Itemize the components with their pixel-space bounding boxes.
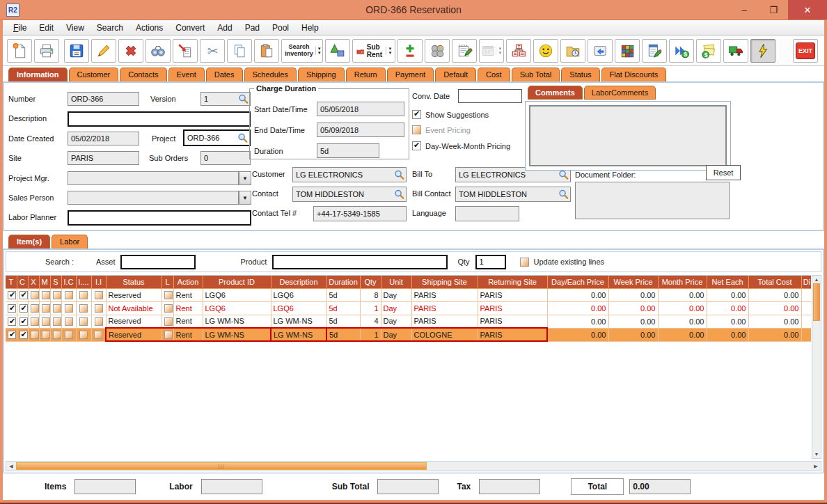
col-s[interactable]: S — [50, 276, 61, 288]
menu-file[interactable]: File — [7, 22, 33, 34]
flag-checkbox[interactable] — [95, 304, 103, 313]
col-c[interactable]: C — [17, 276, 28, 288]
close-button[interactable]: ✕ — [788, 0, 827, 19]
sales-person-dropdown[interactable]: ▼ — [239, 191, 251, 205]
flag-checkbox[interactable] — [31, 291, 39, 299]
flag-checkbox[interactable] — [19, 304, 28, 313]
flag-checkbox[interactable] — [42, 291, 50, 299]
col-net-each[interactable]: Net Each — [707, 276, 748, 288]
flag-checkbox[interactable] — [95, 291, 103, 299]
edit-button[interactable] — [91, 39, 116, 63]
update-existing-checkbox[interactable] — [520, 258, 529, 267]
col-product-id[interactable]: Product ID — [203, 276, 271, 288]
copy-button[interactable] — [227, 39, 252, 63]
menu-add[interactable]: Add — [211, 22, 238, 34]
flag-checkbox[interactable] — [31, 331, 39, 339]
reset-button[interactable]: Reset — [706, 165, 741, 180]
asset-input[interactable] — [120, 255, 196, 269]
menu-help[interactable]: Help — [295, 22, 325, 34]
flag-checkbox[interactable] — [65, 331, 73, 339]
menu-actions[interactable]: Actions — [129, 22, 169, 34]
project-mgr-field[interactable] — [68, 171, 239, 185]
tab-information[interactable]: Information — [8, 68, 68, 81]
flag-checkbox[interactable] — [42, 331, 50, 339]
flag-checkbox[interactable] — [19, 291, 28, 299]
fast-payment-button[interactable]: $ — [669, 39, 694, 63]
tab-cost[interactable]: Cost — [478, 68, 510, 81]
col-returning-site[interactable]: Returning Site — [478, 276, 547, 288]
tab-default[interactable]: Default — [435, 68, 476, 81]
l-checkbox[interactable] — [164, 304, 173, 313]
horizontal-scrollbar[interactable]: ◀ ||| ▶ — [6, 461, 821, 471]
tab-customer[interactable]: Customer — [69, 68, 119, 81]
menu-edit[interactable]: Edit — [33, 22, 60, 34]
menu-search[interactable]: Search — [90, 22, 129, 34]
flag-checkbox[interactable] — [79, 291, 88, 299]
flag-checkbox[interactable] — [65, 317, 73, 326]
col-ii[interactable]: I.I — [91, 276, 106, 288]
col-status[interactable]: Status — [106, 276, 162, 288]
show-suggestions-checkbox[interactable] — [412, 110, 421, 119]
table-row[interactable]: Reserved Rent LGQ6 LGQ6 5d 8 Day PARIS P… — [6, 288, 811, 301]
quick-action-button[interactable] — [750, 39, 775, 63]
flag-checkbox[interactable] — [53, 331, 61, 339]
site-structure-button[interactable] — [506, 39, 531, 63]
language-field[interactable] — [455, 206, 519, 221]
flag-checkbox[interactable] — [31, 317, 39, 326]
flag-checkbox[interactable] — [8, 317, 16, 326]
qty-input[interactable] — [475, 255, 506, 269]
project-mgr-dropdown[interactable]: ▼ — [239, 171, 251, 185]
col-unit[interactable]: Unit — [381, 276, 411, 288]
add-remove-line-button[interactable] — [397, 39, 423, 63]
flag-checkbox[interactable] — [53, 317, 61, 326]
flag-checkbox[interactable] — [8, 331, 16, 339]
flag-checkbox[interactable] — [42, 304, 50, 313]
notes-button[interactable] — [452, 39, 477, 63]
menu-pad[interactable]: Pad — [239, 22, 266, 34]
product-input[interactable] — [272, 255, 448, 269]
folder-history-button[interactable] — [560, 39, 585, 63]
table-row[interactable]: Reserved Rent LG WM-NS LG WM-NS 5d 4 Day… — [6, 315, 811, 328]
comments-field[interactable] — [529, 105, 727, 166]
exit-button[interactable]: EXIT — [793, 39, 818, 63]
col-duration[interactable]: Duration — [326, 276, 360, 288]
sales-person-field[interactable] — [68, 191, 239, 205]
print-button[interactable] — [34, 39, 59, 63]
contact-field[interactable]: TOM HIDDLESTON — [292, 187, 407, 202]
inventory-blocks-button[interactable] — [615, 39, 640, 63]
find-button[interactable] — [145, 39, 171, 63]
copy-booking-button[interactable] — [173, 39, 198, 63]
flag-checkbox[interactable] — [31, 304, 39, 313]
tab-payment[interactable]: Payment — [387, 68, 434, 81]
col-total-cost[interactable]: Total Cost — [748, 276, 801, 288]
flag-checkbox[interactable] — [8, 291, 16, 299]
flag-checkbox[interactable] — [95, 317, 103, 326]
day-week-month-checkbox[interactable] — [412, 141, 421, 150]
version-search-icon[interactable] — [238, 94, 249, 104]
scroll-up-icon[interactable]: ▲ — [814, 276, 819, 283]
table-row-selected[interactable]: Reserved Rent LG WM-NS LG WM-NS 5d 1 Day… — [6, 328, 811, 341]
tab-items[interactable]: Item(s) — [8, 235, 50, 249]
start-date-field[interactable]: 05/05/2018 — [317, 102, 404, 116]
tab-return[interactable]: Return — [346, 68, 386, 81]
flag-checkbox[interactable] — [65, 291, 73, 299]
vertical-scroll-thumb[interactable] — [813, 283, 820, 321]
col-action[interactable]: Action — [173, 276, 203, 288]
col-m[interactable]: M — [39, 276, 50, 288]
menu-convert[interactable]: Convert — [169, 22, 211, 34]
tab-schedules[interactable]: Schedules — [244, 68, 297, 81]
customer-field[interactable]: LG ELECTRONICS — [292, 167, 407, 182]
tab-labor-comments[interactable]: LaborComments — [584, 86, 656, 100]
flag-checkbox[interactable] — [53, 304, 61, 313]
keyboard-shortcut-button[interactable] — [588, 39, 613, 63]
sub-rent-button[interactable]: Sub Rent ▼▼ — [352, 39, 395, 63]
menu-view[interactable]: View — [60, 22, 90, 34]
tab-flat-discounts[interactable]: Flat Discounts — [601, 68, 667, 81]
maximize-button[interactable]: ❐ — [759, 0, 788, 19]
horizontal-scroll-thumb[interactable]: ||| — [16, 462, 427, 470]
col-week-price[interactable]: Week Price — [608, 276, 658, 288]
scroll-right-icon[interactable]: ▶ — [811, 464, 821, 469]
new-document-button[interactable] — [7, 39, 32, 63]
flag-checkbox[interactable] — [42, 317, 50, 326]
col-discount[interactable]: Di — [801, 276, 811, 288]
